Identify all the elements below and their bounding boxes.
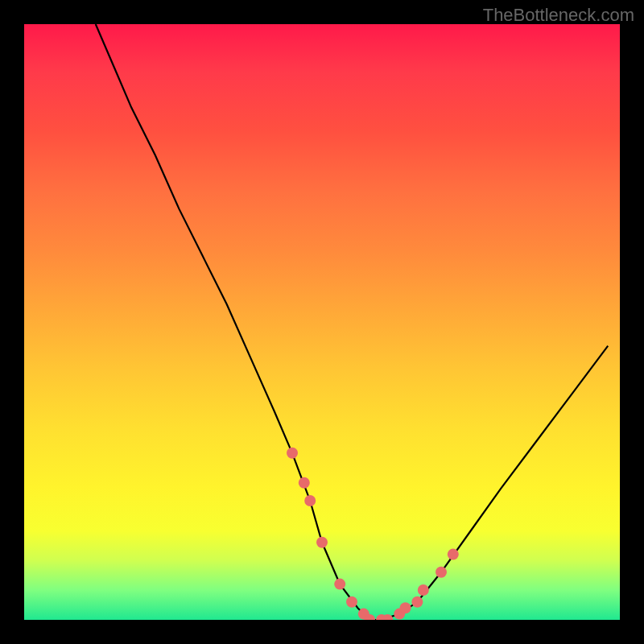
marker-point xyxy=(418,584,429,596)
marker-point xyxy=(299,477,310,489)
bottleneck-curve xyxy=(96,24,608,620)
marker-point xyxy=(400,602,411,613)
watermark-text: TheBottleneck.com xyxy=(483,5,634,26)
marker-point xyxy=(287,448,298,459)
marker-point xyxy=(346,597,357,608)
highlight-markers xyxy=(287,448,459,620)
chart-plot-area xyxy=(24,24,620,620)
marker-point xyxy=(304,495,316,506)
curve-path-group xyxy=(96,24,608,620)
marker-point xyxy=(436,567,447,578)
marker-point xyxy=(448,549,459,560)
marker-point xyxy=(334,579,345,590)
chart-svg xyxy=(24,24,620,620)
marker-point xyxy=(316,537,328,548)
marker-point xyxy=(411,597,423,608)
